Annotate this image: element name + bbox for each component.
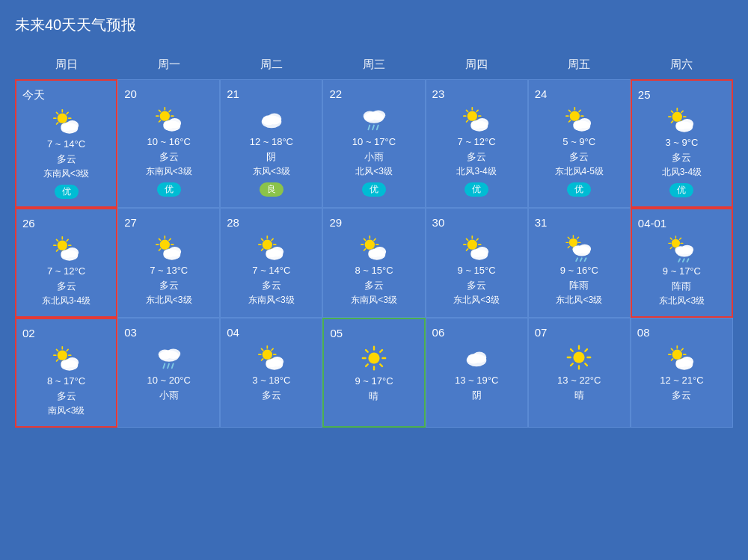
svg-line-176 [172, 364, 174, 369]
cell-temp: 9 ~ 17°C [330, 375, 417, 387]
svg-point-29 [371, 111, 385, 120]
cell-wind: 东风<3级 [227, 165, 316, 178]
svg-point-116 [373, 247, 386, 256]
svg-point-140 [578, 244, 591, 253]
cell-date: 03 [124, 326, 213, 339]
cell-w2-d3[interactable]: 05 9 ~ 17°C 晴 [322, 318, 425, 428]
cell-w2-d5[interactable]: 07 13 ~ 22°C 晴 [528, 318, 631, 428]
svg-line-86 [159, 239, 160, 240]
svg-line-209 [571, 363, 573, 366]
cell-desc: 多云 [22, 280, 110, 293]
cell-w0-d1[interactable]: 20 10 ~ 16°C 多云 东南风<3级 优 [117, 79, 220, 208]
svg-line-196 [380, 350, 382, 352]
svg-line-64 [681, 111, 683, 112]
cell-w2-d4[interactable]: 06 13 ~ 19°C 阴 [426, 318, 528, 428]
svg-line-101 [261, 249, 263, 250]
svg-line-19 [169, 110, 171, 111]
svg-line-17 [159, 110, 160, 111]
cell-temp: 7 ~ 12°C [22, 265, 110, 277]
svg-line-206 [571, 349, 573, 351]
svg-point-92 [168, 247, 181, 256]
weather-icon-container [22, 107, 110, 135]
cell-temp: 7 ~ 14°C [22, 138, 110, 150]
weather-icon-container [227, 343, 316, 372]
cell-w0-d6[interactable]: 25 3 ~ 9°C 多云 北风3-4级 优 [631, 79, 733, 208]
svg-point-23 [168, 118, 181, 128]
cell-w2-d1[interactable]: 03 10 ~ 20°C 小雨 [117, 318, 220, 428]
cell-temp: 5 ~ 9°C [535, 136, 624, 147]
svg-point-200 [472, 351, 486, 363]
svg-point-117 [468, 240, 477, 250]
cell-w1-d0[interactable]: 26 7 ~ 12°C 多云 东北风3-4级 [15, 208, 117, 318]
cell-date: 05 [330, 327, 417, 339]
svg-line-50 [569, 110, 571, 111]
svg-line-143 [585, 258, 586, 261]
cell-date: 23 [432, 87, 521, 100]
svg-point-201 [574, 351, 585, 363]
svg-line-149 [671, 238, 672, 239]
cell-w1-d4[interactable]: 30 9 ~ 15°C 多云 东北风<3级 [426, 208, 528, 318]
cell-w0-d5[interactable]: 24 5 ~ 9°C 多云 东北风4-5级 优 [528, 79, 631, 208]
cell-w2-d0[interactable]: 02 8 ~ 17°C 多云 南风<3级 [15, 318, 117, 428]
weather-icon-container [432, 343, 521, 372]
svg-point-81 [159, 240, 169, 250]
svg-line-65 [672, 121, 673, 123]
cell-w0-d3[interactable]: 22 10 ~ 17°C 小雨 北风<3级 优 [322, 79, 425, 208]
cell-desc: 多云 [329, 279, 418, 292]
weather-icon-container [638, 105, 726, 134]
header-sunday: 周日 [15, 50, 117, 79]
air-quality-badge: 优 [669, 183, 693, 197]
cell-desc: 阵雨 [638, 280, 726, 293]
svg-point-189 [368, 352, 379, 363]
cell-date: 20 [124, 87, 213, 100]
cell-date: 29 [329, 216, 418, 229]
svg-point-26 [267, 113, 281, 124]
cell-date: 27 [124, 216, 213, 229]
svg-point-68 [681, 119, 693, 129]
cell-temp: 9 ~ 16°C [535, 265, 624, 276]
cell-w2-d6[interactable]: 08 12 ~ 21°C 多云 [631, 318, 733, 428]
cell-desc: 多云 [432, 279, 521, 292]
svg-line-62 [672, 111, 673, 112]
weather-icon-container [638, 234, 726, 262]
svg-point-221 [681, 357, 693, 366]
svg-line-136 [577, 237, 579, 239]
cell-wind: 东南风<3级 [329, 294, 418, 307]
cell-w1-d3[interactable]: 29 8 ~ 15°C 多云 东南风<3级 [322, 208, 425, 318]
cell-w1-d6[interactable]: 04-01 9 ~ 17°C 阵雨 [631, 208, 733, 318]
cell-w1-d1[interactable]: 27 7 ~ 13°C 多云 东北风<3级 [117, 208, 220, 318]
cell-temp: 7 ~ 14°C [227, 265, 316, 276]
cell-w0-d0[interactable]: 今天 7 ~ 14°C 多云 东南风<3级 优 [15, 79, 117, 208]
cell-temp: 3 ~ 9°C [638, 137, 726, 148]
svg-line-40 [476, 110, 478, 111]
cell-date: 30 [432, 216, 521, 229]
svg-point-210 [672, 350, 682, 360]
svg-point-188 [271, 357, 283, 366]
cell-date: 21 [227, 87, 316, 100]
svg-point-69 [57, 241, 67, 250]
cell-wind: 南风<3级 [22, 404, 110, 417]
header-wednesday: 周三 [322, 50, 425, 79]
cell-w1-d5[interactable]: 31 9 ~ 16°C 阵雨 [528, 208, 631, 318]
cell-wind: 东南风<3级 [124, 165, 213, 178]
svg-line-166 [67, 349, 68, 351]
weather-icon-container [637, 343, 726, 372]
cell-w2-d2[interactable]: 04 3 ~ 18°C 多云 [220, 318, 322, 428]
weather-icon-container [227, 105, 316, 133]
svg-line-156 [679, 259, 681, 262]
cell-w0-d4[interactable]: 23 7 ~ 12°C 多云 北风3-4级 优 [426, 79, 528, 208]
cell-w0-d2[interactable]: 21 12 ~ 18°C 阴 东风<3级 良 [220, 79, 322, 208]
cell-w1-d2[interactable]: 28 7 ~ 14°C 多云 东南风<3级 [220, 208, 322, 318]
cell-desc: 小雨 [124, 389, 213, 402]
air-quality-badge: 良 [260, 182, 283, 197]
header-tuesday: 周二 [220, 50, 322, 79]
weather-icon-container [227, 233, 316, 262]
cell-wind: 东南风<3级 [22, 167, 110, 180]
cell-desc: 多云 [22, 153, 110, 166]
svg-line-88 [169, 239, 171, 240]
svg-point-159 [57, 351, 67, 360]
svg-line-122 [467, 239, 468, 240]
svg-line-77 [56, 250, 58, 251]
svg-line-41 [467, 120, 468, 122]
svg-line-76 [67, 239, 68, 241]
